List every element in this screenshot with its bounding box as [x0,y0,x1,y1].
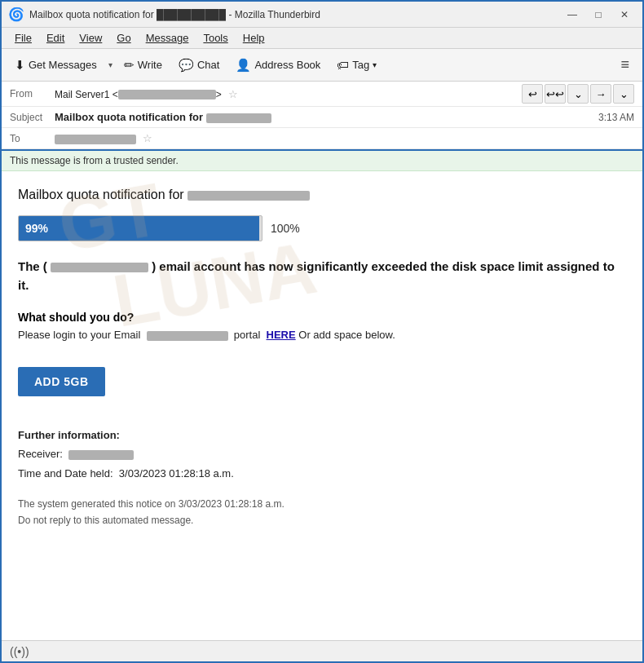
forward-dropdown-button[interactable]: ⌄ [613,84,634,104]
write-icon: ✏ [124,58,135,73]
what-section: What should you do? Please login to your… [18,311,626,344]
chat-button[interactable]: 💬 Chat [172,55,226,76]
trusted-sender-bar: This message is from a trusted sender. [2,151,642,171]
main-msg-part1: The ( [18,259,47,273]
main-msg-email-blurred [51,263,148,272]
to-email-blurred [55,135,136,144]
to-star-icon[interactable]: ☆ [143,132,152,144]
menu-help[interactable]: Help [236,30,271,46]
what-text: Please login to your Email portal HERE O… [18,327,626,344]
further-label-text: Further information: [18,429,120,441]
body-title: Mailbox quota notification for [18,188,626,202]
from-star-icon[interactable]: ☆ [228,88,238,100]
menu-tools[interactable]: Tools [196,30,234,46]
from-email-blurred [118,90,216,99]
menu-edit[interactable]: Edit [40,30,71,46]
from-content: From Mail Server1 < > ☆ [10,88,522,100]
menu-view[interactable]: View [73,30,108,46]
menu-file[interactable]: File [8,30,38,46]
hamburger-menu-button[interactable]: ≡ [614,53,636,77]
app-icon: 🌀 [8,7,24,22]
chat-icon: 💬 [179,58,194,73]
what-text-part2: portal [234,329,261,341]
from-label: From [10,88,55,99]
titlebar-left: 🌀 Mailbox quota notification for ███████… [8,7,320,22]
receiver-blurred [68,450,134,460]
title-email-blurred [187,191,310,201]
reply-button[interactable]: ↩ [522,84,543,104]
menu-go[interactable]: Go [110,30,137,46]
get-messages-label: Get Messages [29,59,97,71]
body-title-text: Mailbox quota notification for [18,188,184,201]
main-window: 🌀 Mailbox quota notification for ███████… [0,0,644,663]
what-title: What should you do? [18,311,626,324]
further-info: Further information: Receiver: Time and … [18,426,626,483]
close-button[interactable]: ✕ [613,7,636,23]
wifi-icon: ((•)) [10,645,29,658]
window-title: Mailbox quota notification for █████████… [29,9,320,20]
to-value: ☆ [55,132,634,144]
further-label: Further information: [18,426,626,444]
minimize-button[interactable]: — [561,7,584,23]
from-row: From Mail Server1 < > ☆ ↩ ↩↩ ⌄ → ⌄ [2,82,642,107]
receiver-row: Receiver: [18,444,626,463]
email-header: From Mail Server1 < > ☆ ↩ ↩↩ ⌄ → ⌄ Subje… [2,82,642,151]
subject-label: Subject [10,112,55,123]
reply-all-button[interactable]: ↩↩ [545,84,566,104]
titlebar-controls: — □ ✕ [561,7,636,23]
time-date-row: Time and Date held: 3/03/2023 01:28:18 a… [18,464,626,483]
tag-icon: 🏷 [337,58,349,72]
menu-message[interactable]: Message [139,30,196,46]
titlebar: 🌀 Mailbox quota notification for ███████… [2,2,642,28]
main-message: The ( ) email account has now significan… [18,258,626,294]
address-book-label: Address Book [254,59,320,71]
maximize-button[interactable]: □ [587,7,610,23]
address-book-icon: 👤 [236,58,251,73]
progress-max-label: 100% [271,222,300,235]
email-time: 3:13 AM [598,112,634,123]
what-text-part1: Please login to your Email [18,329,140,341]
get-messages-button[interactable]: ⬇ Get Messages [8,55,104,76]
subject-email-blurred [206,113,271,123]
more-actions-button[interactable]: ⌄ [567,84,589,104]
get-messages-icon: ⬇ [15,58,25,73]
to-label: To [10,133,55,144]
progress-percent-label: 99% [25,222,48,235]
forward-button[interactable]: → [590,84,611,104]
menubar: File Edit View Go Message Tools Help [2,28,642,49]
add-5gb-button[interactable]: ADD 5GB [18,367,105,396]
toolbar: ⬇ Get Messages ▾ ✏ Write 💬 Chat 👤 Addres… [2,49,642,82]
what-text-part3: Or add space below. [298,329,395,341]
trusted-sender-text: This message is from a trusted sender. [10,155,179,166]
tag-label: Tag [352,59,369,71]
to-row: To ☆ [2,128,642,149]
time-date-label: Time and Date held: [18,467,113,480]
from-value-text: Mail Server1 < [55,89,118,100]
progress-bar-outer: 99% [18,215,262,241]
what-portal-blurred [147,331,228,341]
subject-row: Subject Mailbox quota notification for 3… [2,107,642,128]
get-messages-dropdown[interactable]: ▾ [107,57,114,73]
tag-button[interactable]: 🏷 Tag ▾ [330,55,383,75]
footer-text: The system generated this notice on 3/03… [18,496,626,529]
footer-line1: The system generated this notice on 3/03… [18,496,626,512]
subject-text: Mailbox quota notification for [55,111,203,123]
subject-value: Mailbox quota notification for [55,111,598,123]
statusbar: ((•)) [2,640,642,661]
chat-label: Chat [197,59,219,71]
from-value: Mail Server1 < > ☆ [55,88,522,100]
progress-container: 99% 100% [18,215,626,241]
time-date-value: 3/03/2023 01:28:18 a.m. [119,467,234,480]
address-book-button[interactable]: 👤 Address Book [229,55,327,76]
footer-line2: Do not reply to this automated message. [18,512,626,528]
here-link[interactable]: HERE [267,329,296,341]
write-button[interactable]: ✏ Write [117,55,169,76]
header-actions: ↩ ↩↩ ⌄ → ⌄ [522,84,634,104]
progress-bar-inner: 99% [19,216,259,241]
write-label: Write [138,59,162,71]
email-body: GT LUNA Mailbox quota notification for 9… [2,171,642,640]
receiver-label: Receiver: [18,448,63,460]
